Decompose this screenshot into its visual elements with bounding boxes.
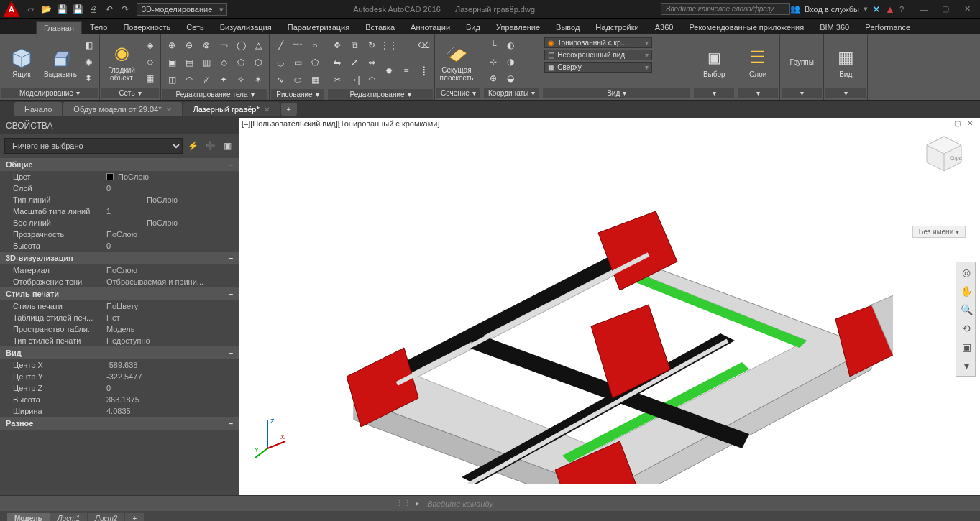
named-view-dropdown[interactable]: Без имени ▾ [912,226,966,238]
prop-row[interactable]: МатериалПоСлою [0,264,239,276]
revolve-icon[interactable]: ◉ [81,54,96,70]
ucs6-icon[interactable]: ◒ [503,70,518,86]
se-3-icon[interactable]: △ [250,37,266,53]
offsetface-icon[interactable]: ▤ [181,55,197,70]
ribbon-tab-a360[interactable]: A360 [647,20,682,34]
selection-button[interactable]: ▣ Выбор [695,37,733,86]
prop-row[interactable]: Высота363.1875 [0,394,239,405]
ribbon-tab-featured[interactable]: Рекомендованные приложения [681,20,812,34]
prop-row[interactable]: Ширина4.0835 [0,405,239,417]
prop-row[interactable]: Таблица стилей печ...Нет [0,312,239,323]
fillet-icon[interactable]: ◠ [364,72,380,88]
plot-icon[interactable]: 🖨 [86,2,101,17]
zoom-icon[interactable]: 🔍 [958,301,975,318]
viewpanel-button[interactable]: ▦ Вид [827,37,864,86]
ucs-triad[interactable]: Z Y X [253,416,289,459]
new-icon[interactable]: ▱ [23,2,37,17]
ribbon-tab-annotate[interactable]: Аннотации [403,20,458,34]
panel-solidedit-title[interactable]: Редактирование тела▾ [162,89,267,100]
ribbon-tab-parametric[interactable]: Параметризация [280,20,357,34]
ribbon-tab-view[interactable]: Вид [458,20,488,34]
close-icon[interactable]: ✕ [166,106,172,114]
minimize-button[interactable]: — [914,2,934,17]
layers-button[interactable]: ☰ Слои [739,37,777,86]
prop-group-header[interactable]: Разное– [0,417,239,430]
prop-row[interactable]: Стиль печатиПоЦвету [0,300,239,312]
quickselect-icon[interactable]: ⚡ [186,139,200,153]
line-icon[interactable]: ╱ [273,37,288,53]
mesh-refine-icon[interactable]: ▦ [142,70,157,86]
groups-button[interactable]: Группы [783,37,820,86]
viewcube[interactable]: Спра [922,132,966,175]
panel-section-title[interactable]: Сечение▾ [436,88,480,98]
trim-icon[interactable]: ✂ [329,72,345,88]
se-6-icon[interactable]: ⬡ [250,55,266,70]
prop-row[interactable]: Центр X-589.638 [0,359,239,371]
ucs-icon[interactable]: └ [485,37,501,53]
pan-icon[interactable]: ✋ [958,282,975,300]
command-line[interactable]: ⋮⋮ ▸_ Введите команду [0,495,980,511]
erase-icon[interactable]: ⌫ [416,37,431,53]
prop-row[interactable]: Центр Y-322.5477 [0,371,239,382]
nav-more-icon[interactable]: ▾ [958,357,975,374]
mesh-more-icon[interactable]: ◈ [142,37,157,53]
ribbon-tab-bim360[interactable]: BIM 360 [812,20,857,34]
ribbon-tab-output[interactable]: Вывод [548,20,587,34]
prop-row[interactable]: Слой0 [0,183,239,194]
showmotion-icon[interactable]: ▣ [958,338,975,356]
union-icon[interactable]: ⊕ [164,37,180,53]
extrudeface-icon[interactable]: ▣ [164,55,180,70]
steering-wheel-icon[interactable]: ◎ [958,264,975,281]
ucs3-icon[interactable]: ⊕ [485,70,501,86]
prop-row[interactable]: Высота0 [0,240,239,252]
undo-icon[interactable]: ↶ [102,2,116,17]
maximize-button[interactable]: ▢ [935,2,956,17]
visual-style-dropdown[interactable]: ◉ Тонированный с кр... ▾ [544,37,652,48]
rect-icon[interactable]: ▭ [290,55,306,70]
array-icon[interactable]: ⋮⋮ [381,37,397,53]
prop-row[interactable]: Отображение тениОтбрасываемая и прини... [0,276,239,287]
se-9-icon[interactable]: ✶ [250,72,266,88]
people-icon[interactable]: 👥 [790,4,800,14]
vp-minimize-icon[interactable]: — [941,119,951,129]
orbit-icon[interactable]: ⟲ [958,320,975,337]
se-2-icon[interactable]: ◯ [233,37,249,53]
help-icon[interactable]: ? [899,5,904,14]
extend-icon[interactable]: →| [347,72,362,88]
spline-icon[interactable]: ∿ [273,72,288,88]
selection-dropdown[interactable]: Ничего не выбрано [4,138,183,154]
smooth-button[interactable]: ◉ Гладкий объект [103,37,140,86]
intersect-icon[interactable]: ⊗ [198,37,214,53]
ucs5-icon[interactable]: ◑ [503,54,518,70]
prop-row[interactable]: Тип стилей печатиНедоступно [0,335,239,346]
layout-tab-model[interactable]: Модель [7,513,50,522]
circle-icon[interactable]: ○ [307,37,323,53]
save-icon[interactable]: 💾 [55,2,69,17]
prop-row[interactable]: ЦветПоСлою [0,171,239,183]
layout-tab-2[interactable]: Лист2 [88,513,124,522]
extrude-button[interactable]: Выдавить [42,37,79,86]
box-button[interactable]: Ящик [3,37,40,86]
break-icon[interactable]: ┋ [416,63,431,79]
file-tab-1[interactable]: Обдув модели от 29.04* ✕ [63,102,181,116]
taperface-icon[interactable]: ▥ [198,55,214,70]
cmd-grip-icon[interactable]: ⋮⋮ [395,499,411,508]
offset-icon[interactable]: ⫠ [398,37,414,53]
redo-icon[interactable]: ↷ [118,2,132,17]
close-button[interactable]: ✕ [957,2,977,17]
saveas-icon[interactable]: 💾 [70,2,85,17]
explode-icon[interactable]: ✸ [381,63,397,79]
rotate-icon[interactable]: ↻ [364,37,380,53]
panel-modify-title[interactable]: Редактирование▾ [328,89,433,100]
ribbon-tab-performance[interactable]: Performance [857,20,918,34]
file-tab-start[interactable]: Начало [14,102,62,116]
prop-group-header[interactable]: 3D-визуализация– [0,252,239,264]
panel-layers-title[interactable]: ▾ [738,88,778,98]
prop-group-header[interactable]: Вид– [0,346,239,359]
close-icon[interactable]: ✕ [264,106,270,114]
a360-icon[interactable]: ▲ [885,4,895,15]
subtract-icon[interactable]: ⊖ [181,37,197,53]
shell-icon[interactable]: ◫ [164,72,180,88]
file-tab-2[interactable]: Лазерный гравёр* ✕ [183,102,280,116]
prop-row[interactable]: Центр Z0 [0,382,239,394]
